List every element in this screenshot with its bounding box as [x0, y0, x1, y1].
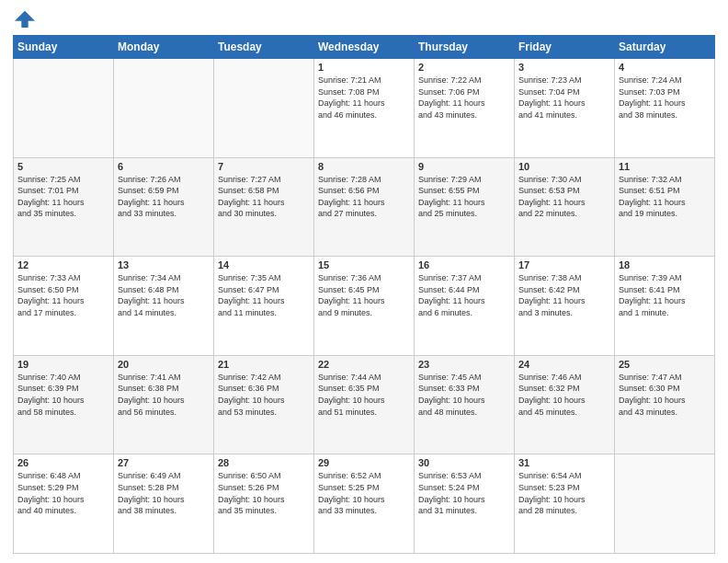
day-info: Sunrise: 6:50 AM Sunset: 5:26 PM Dayligh…	[218, 470, 310, 516]
day-info: Sunrise: 6:49 AM Sunset: 5:28 PM Dayligh…	[118, 470, 210, 516]
day-number: 21	[218, 359, 310, 370]
day-number: 6	[118, 161, 210, 172]
calendar-cell: 12Sunrise: 7:33 AM Sunset: 6:50 PM Dayli…	[14, 257, 114, 356]
day-number: 27	[118, 457, 210, 468]
calendar-cell: 7Sunrise: 7:27 AM Sunset: 6:58 PM Daylig…	[214, 157, 314, 257]
day-number: 2	[418, 62, 510, 73]
col-monday: Monday	[114, 36, 214, 59]
day-info: Sunrise: 7:32 AM Sunset: 6:51 PM Dayligh…	[619, 174, 711, 220]
day-info: Sunrise: 7:40 AM Sunset: 6:39 PM Dayligh…	[17, 372, 109, 418]
day-number: 28	[218, 457, 310, 468]
calendar-header-row: Sunday Monday Tuesday Wednesday Thursday…	[14, 36, 715, 59]
calendar-cell: 21Sunrise: 7:42 AM Sunset: 6:36 PM Dayli…	[214, 355, 314, 454]
day-number: 25	[619, 359, 711, 370]
day-number: 29	[318, 457, 410, 468]
calendar-cell: 28Sunrise: 6:50 AM Sunset: 5:26 PM Dayli…	[214, 454, 314, 554]
calendar-cell: 24Sunrise: 7:46 AM Sunset: 6:32 PM Dayli…	[515, 355, 615, 454]
calendar-cell: 2Sunrise: 7:22 AM Sunset: 7:06 PM Daylig…	[415, 59, 515, 158]
day-info: Sunrise: 7:47 AM Sunset: 6:30 PM Dayligh…	[619, 372, 711, 418]
calendar-cell: 14Sunrise: 7:35 AM Sunset: 6:47 PM Dayli…	[214, 257, 314, 356]
day-number: 3	[518, 62, 610, 73]
calendar-week-3: 19Sunrise: 7:40 AM Sunset: 6:39 PM Dayli…	[14, 355, 715, 454]
day-number: 16	[418, 259, 510, 270]
calendar-cell	[615, 454, 715, 554]
day-number: 18	[619, 259, 711, 270]
calendar-table: Sunday Monday Tuesday Wednesday Thursday…	[13, 35, 715, 554]
calendar-cell: 20Sunrise: 7:41 AM Sunset: 6:38 PM Dayli…	[114, 355, 214, 454]
day-number: 15	[318, 259, 410, 270]
day-number: 5	[17, 161, 109, 172]
calendar-cell: 25Sunrise: 7:47 AM Sunset: 6:30 PM Dayli…	[615, 355, 715, 454]
day-info: Sunrise: 6:54 AM Sunset: 5:23 PM Dayligh…	[518, 470, 610, 516]
calendar-cell: 9Sunrise: 7:29 AM Sunset: 6:55 PM Daylig…	[415, 157, 515, 257]
day-info: Sunrise: 7:36 AM Sunset: 6:45 PM Dayligh…	[318, 272, 410, 318]
day-info: Sunrise: 7:38 AM Sunset: 6:42 PM Dayligh…	[518, 272, 610, 318]
col-saturday: Saturday	[615, 36, 715, 59]
calendar-cell: 23Sunrise: 7:45 AM Sunset: 6:33 PM Dayli…	[415, 355, 515, 454]
day-info: Sunrise: 6:53 AM Sunset: 5:24 PM Dayligh…	[418, 470, 510, 516]
col-friday: Friday	[515, 36, 615, 59]
calendar-cell: 19Sunrise: 7:40 AM Sunset: 6:39 PM Dayli…	[14, 355, 114, 454]
day-info: Sunrise: 7:39 AM Sunset: 6:41 PM Dayligh…	[619, 272, 711, 318]
svg-marker-0	[15, 11, 35, 28]
day-number: 10	[518, 161, 610, 172]
day-number: 20	[118, 359, 210, 370]
col-wednesday: Wednesday	[314, 36, 415, 59]
day-info: Sunrise: 7:28 AM Sunset: 6:56 PM Dayligh…	[318, 174, 410, 220]
calendar-cell: 31Sunrise: 6:54 AM Sunset: 5:23 PM Dayli…	[515, 454, 615, 554]
calendar-cell: 8Sunrise: 7:28 AM Sunset: 6:56 PM Daylig…	[314, 157, 415, 257]
day-number: 31	[518, 457, 610, 468]
day-number: 4	[619, 62, 711, 73]
page: Sunday Monday Tuesday Wednesday Thursday…	[0, 0, 728, 563]
day-info: Sunrise: 7:33 AM Sunset: 6:50 PM Dayligh…	[17, 272, 109, 318]
day-number: 26	[17, 457, 109, 468]
day-number: 30	[418, 457, 510, 468]
day-info: Sunrise: 7:26 AM Sunset: 6:59 PM Dayligh…	[118, 174, 210, 220]
calendar-cell	[114, 59, 214, 158]
calendar-cell: 18Sunrise: 7:39 AM Sunset: 6:41 PM Dayli…	[615, 257, 715, 356]
day-info: Sunrise: 7:46 AM Sunset: 6:32 PM Dayligh…	[518, 372, 610, 418]
day-info: Sunrise: 7:30 AM Sunset: 6:53 PM Dayligh…	[518, 174, 610, 220]
day-info: Sunrise: 7:35 AM Sunset: 6:47 PM Dayligh…	[218, 272, 310, 318]
day-info: Sunrise: 7:23 AM Sunset: 7:04 PM Dayligh…	[518, 75, 610, 121]
header	[13, 9, 715, 28]
calendar-cell: 1Sunrise: 7:21 AM Sunset: 7:08 PM Daylig…	[314, 59, 415, 158]
day-number: 23	[418, 359, 510, 370]
calendar-week-0: 1Sunrise: 7:21 AM Sunset: 7:08 PM Daylig…	[14, 59, 715, 158]
day-number: 12	[17, 259, 109, 270]
day-number: 19	[17, 359, 109, 370]
day-info: Sunrise: 7:29 AM Sunset: 6:55 PM Dayligh…	[418, 174, 510, 220]
col-sunday: Sunday	[14, 36, 114, 59]
calendar-cell: 17Sunrise: 7:38 AM Sunset: 6:42 PM Dayli…	[515, 257, 615, 356]
calendar-week-4: 26Sunrise: 6:48 AM Sunset: 5:29 PM Dayli…	[14, 454, 715, 554]
logo-area	[13, 9, 35, 28]
calendar-cell: 6Sunrise: 7:26 AM Sunset: 6:59 PM Daylig…	[114, 157, 214, 257]
calendar-cell: 15Sunrise: 7:36 AM Sunset: 6:45 PM Dayli…	[314, 257, 415, 356]
logo-icon	[15, 7, 35, 28]
day-number: 14	[218, 259, 310, 270]
calendar-cell: 29Sunrise: 6:52 AM Sunset: 5:25 PM Dayli…	[314, 454, 415, 554]
calendar-cell: 26Sunrise: 6:48 AM Sunset: 5:29 PM Dayli…	[14, 454, 114, 554]
calendar-cell: 10Sunrise: 7:30 AM Sunset: 6:53 PM Dayli…	[515, 157, 615, 257]
day-info: Sunrise: 7:34 AM Sunset: 6:48 PM Dayligh…	[118, 272, 210, 318]
day-info: Sunrise: 7:25 AM Sunset: 7:01 PM Dayligh…	[17, 174, 109, 220]
day-number: 17	[518, 259, 610, 270]
col-thursday: Thursday	[415, 36, 515, 59]
calendar-cell: 5Sunrise: 7:25 AM Sunset: 7:01 PM Daylig…	[14, 157, 114, 257]
day-number: 24	[518, 359, 610, 370]
calendar-cell: 11Sunrise: 7:32 AM Sunset: 6:51 PM Dayli…	[615, 157, 715, 257]
day-info: Sunrise: 7:27 AM Sunset: 6:58 PM Dayligh…	[218, 174, 310, 220]
day-info: Sunrise: 7:37 AM Sunset: 6:44 PM Dayligh…	[418, 272, 510, 318]
col-tuesday: Tuesday	[214, 36, 314, 59]
day-number: 11	[619, 161, 711, 172]
day-number: 13	[118, 259, 210, 270]
calendar-cell: 3Sunrise: 7:23 AM Sunset: 7:04 PM Daylig…	[515, 59, 615, 158]
calendar-cell: 30Sunrise: 6:53 AM Sunset: 5:24 PM Dayli…	[415, 454, 515, 554]
day-info: Sunrise: 7:21 AM Sunset: 7:08 PM Dayligh…	[318, 75, 410, 121]
day-info: Sunrise: 7:45 AM Sunset: 6:33 PM Dayligh…	[418, 372, 510, 418]
day-info: Sunrise: 7:22 AM Sunset: 7:06 PM Dayligh…	[418, 75, 510, 121]
day-number: 8	[318, 161, 410, 172]
day-info: Sunrise: 7:42 AM Sunset: 6:36 PM Dayligh…	[218, 372, 310, 418]
calendar-week-2: 12Sunrise: 7:33 AM Sunset: 6:50 PM Dayli…	[14, 257, 715, 356]
calendar-cell	[14, 59, 114, 158]
